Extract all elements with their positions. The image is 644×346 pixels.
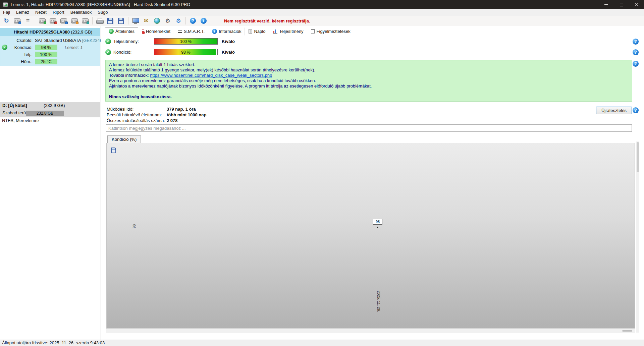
tab-overview[interactable]: ✓ Áttekintés xyxy=(105,27,138,36)
retest-button[interactable]: Újratesztelés xyxy=(596,107,632,114)
preferences-button[interactable]: ⚙ xyxy=(173,16,183,25)
scrollbar-thumb[interactable] xyxy=(637,142,639,172)
lifetime-label: Becsült hátralévő élettartam: xyxy=(107,112,162,118)
tab-label: Figyelmeztetések xyxy=(317,29,351,34)
disk-temperature-row: Hőm.: 25 °C xyxy=(0,58,100,65)
chart-icon xyxy=(273,30,277,34)
online-button[interactable] xyxy=(152,16,162,25)
disk-overview-button[interactable] xyxy=(12,16,22,25)
disk-list-item[interactable]: Hitachi HDP725025GLA380 (232,9 GB) Csato… xyxy=(0,28,100,66)
disk-icon xyxy=(14,18,20,23)
disk-size: (232,9 GB) xyxy=(71,30,93,35)
volume-name: D: [Új kötet] xyxy=(2,103,27,108)
menu-help[interactable]: Súgó xyxy=(95,9,111,16)
disk-test-icon xyxy=(82,18,89,23)
report-lines-icon: ≡ xyxy=(26,18,30,24)
disk-test-icon xyxy=(60,18,67,23)
condition-rating: Kiváló xyxy=(222,49,235,55)
horizontal-scrollbar[interactable] xyxy=(106,329,635,333)
help-icon[interactable]: ? xyxy=(633,49,639,55)
test-overlay-icon xyxy=(87,21,89,24)
app-icon xyxy=(3,2,8,7)
menu-view[interactable]: Nézet xyxy=(32,9,50,16)
save-chart-icon[interactable] xyxy=(111,148,116,153)
report-button[interactable]: ≡ xyxy=(23,16,33,25)
tab-alerts[interactable]: Figyelmeztetések xyxy=(307,27,354,36)
toolbar-separator xyxy=(35,17,35,24)
interface-type: SAT Standard USB/ATA xyxy=(35,38,81,43)
info-icon: i xyxy=(212,29,217,34)
disk-name: Hitachi HDP725025GLA380 xyxy=(14,30,70,35)
about-button[interactable]: i xyxy=(199,16,209,25)
start-stop-value: 2 078 xyxy=(167,118,178,123)
performance-value: 100 % xyxy=(180,39,192,44)
window-title: Lemez: 1, Hitachi HDP725025GLA380 [GEK23… xyxy=(11,2,190,7)
maximize-button[interactable] xyxy=(614,0,629,9)
disk-test-write-button[interactable] xyxy=(69,16,79,25)
condition-label: Kondíció: xyxy=(113,49,131,55)
register-notice-link[interactable]: Nem regisztrált verzió, kérem regisztrál… xyxy=(224,18,310,23)
volume-list-item[interactable]: D: [Új kötet] (232,9 GB) Szabad terület … xyxy=(0,102,100,117)
tab-log[interactable]: Napló xyxy=(245,27,269,36)
tab-label: Áttekintés xyxy=(115,29,135,34)
chart-tab-condition[interactable]: Kondíció (%) xyxy=(107,135,141,143)
toolbar: ↻ ≡ ✉ ⚙ ⚙ ? i Nem regisztrált verzió, ké… xyxy=(0,16,644,26)
settings-button[interactable]: ⚙ xyxy=(163,16,173,25)
test-overlay-icon xyxy=(65,21,68,24)
tab-smart[interactable]: S.M.A.R.T. xyxy=(174,27,208,36)
disk-header: Hitachi HDP725025GLA380 (232,9 GB) xyxy=(0,28,100,36)
globe-orb-icon xyxy=(154,18,160,24)
tab-information[interactable]: i Információk xyxy=(208,27,245,36)
comment-input[interactable] xyxy=(106,124,632,132)
disk-test-surface-button[interactable] xyxy=(48,16,58,25)
computer-button[interactable] xyxy=(130,16,141,25)
tab-temperature[interactable]: Hőmérséklet xyxy=(138,27,174,36)
disk-condition-row: ✓ Kondíció: 98 % Lemez: 1 xyxy=(0,44,100,51)
sidebar: Hitachi HDP725025GLA380 (232,9 GB) Csato… xyxy=(0,26,101,340)
close-icon xyxy=(635,3,639,7)
free-space-value: 232,8 GB xyxy=(26,111,64,116)
print-button[interactable] xyxy=(95,16,105,25)
disk-test-read-button[interactable] xyxy=(59,16,69,25)
printer-icon xyxy=(96,18,103,24)
disk-test-quick-button[interactable] xyxy=(37,16,47,25)
minimize-icon xyxy=(604,4,608,5)
scrollbar-thumb[interactable] xyxy=(622,330,632,332)
test-overlay-icon xyxy=(76,21,78,24)
weak-sectors-link[interactable]: https://www.hdsentinel.com/hard_disk_cas… xyxy=(150,73,272,78)
menu-settings[interactable]: Beállítások xyxy=(67,9,95,16)
spacer xyxy=(109,89,629,94)
performance-label: Telj.: xyxy=(0,51,33,58)
maximize-icon xyxy=(620,3,623,6)
status-bar: Állapot utoljára frissítve: 2025. 11. 26… xyxy=(0,340,644,346)
minimize-button[interactable] xyxy=(599,0,614,9)
export-button[interactable] xyxy=(116,16,126,25)
performance-meter: 100 % xyxy=(154,38,218,45)
menu-file[interactable]: Fájl xyxy=(0,9,13,16)
envelope-icon: ✉ xyxy=(144,18,148,23)
save-report-button[interactable] xyxy=(105,16,115,25)
pages-icon xyxy=(311,29,315,34)
toolbar-separator xyxy=(128,17,128,24)
toolbar-separator xyxy=(185,17,186,24)
tab-label: Napló xyxy=(254,29,265,34)
email-report-button[interactable]: ✉ xyxy=(141,16,151,25)
temperature-badge: 25 °C xyxy=(35,59,57,64)
menu-disk[interactable]: Lemez xyxy=(13,9,32,16)
close-button[interactable] xyxy=(629,0,644,9)
refresh-button[interactable]: ↻ xyxy=(1,16,11,25)
status-text: Állapot utoljára frissítve: 2025. 11. 26… xyxy=(2,340,105,345)
power-on-label: Működési idő: xyxy=(107,106,133,112)
data-point-marker xyxy=(377,227,378,228)
report-conclusion: Nincs szükség beavatkozásra. xyxy=(109,94,629,100)
disk-repair-button[interactable] xyxy=(80,16,90,25)
help-button[interactable]: ? xyxy=(188,16,198,25)
help-icon[interactable]: ? xyxy=(633,39,639,45)
filesystem-label: NTFS, Merevlemez xyxy=(2,118,40,123)
data-point-label: 98 xyxy=(373,219,382,225)
help-icon[interactable]: ? xyxy=(633,61,639,67)
menu-report[interactable]: Riport xyxy=(50,9,67,16)
disk-index: Lemez: 1 xyxy=(65,44,83,51)
tab-performance[interactable]: Teljesítmény xyxy=(269,27,307,36)
help-icon[interactable]: ? xyxy=(633,107,639,113)
